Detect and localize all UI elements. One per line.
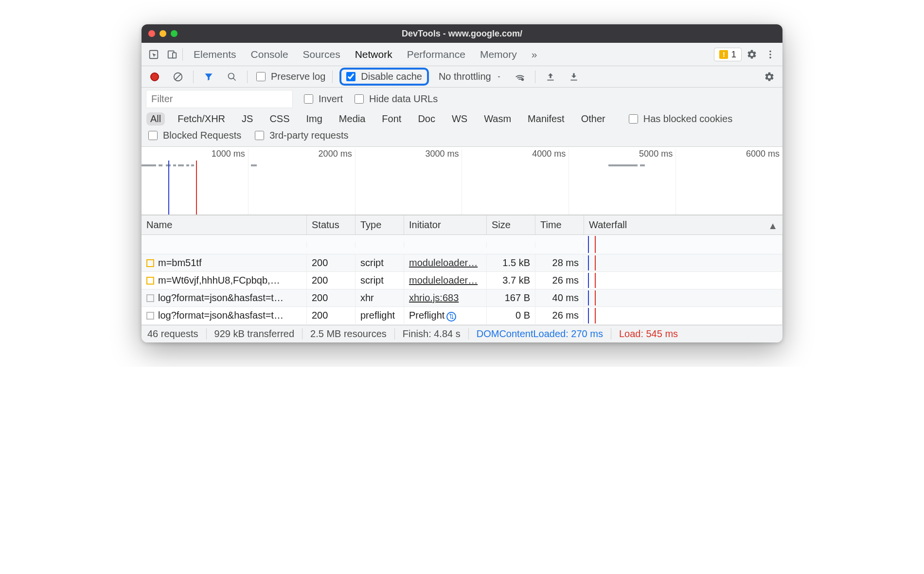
- tab-elements[interactable]: Elements: [194, 49, 236, 60]
- request-type: xhr: [355, 289, 404, 306]
- settings-gear-icon[interactable]: [744, 46, 760, 63]
- hide-data-urls-label: Hide data URLs: [369, 93, 438, 105]
- type-pill-js[interactable]: JS: [238, 112, 257, 126]
- issues-badge[interactable]: ! 1: [714, 48, 742, 61]
- timeline-tick: 5000 ms: [569, 149, 675, 215]
- status-finish: Finish: 4.84 s: [395, 328, 469, 340]
- filter-input[interactable]: [146, 90, 292, 108]
- issues-warning-icon: !: [719, 50, 728, 59]
- request-name: log?format=json&hasfast=t…: [158, 292, 284, 304]
- load-marker: [196, 161, 197, 215]
- blocked-requests-checkbox[interactable]: Blocked Requests: [146, 129, 241, 142]
- svg-point-8: [229, 73, 234, 79]
- request-type: script: [355, 272, 404, 289]
- status-requests: 46 requests: [147, 328, 207, 340]
- col-name[interactable]: Name: [142, 215, 307, 234]
- table-row[interactable]: log?format=json&hasfast=t… 200 preflight…: [142, 307, 782, 325]
- col-status[interactable]: Status: [307, 215, 355, 234]
- document-file-icon: [146, 312, 154, 320]
- request-initiator[interactable]: moduleloader…: [409, 275, 478, 286]
- record-button[interactable]: [146, 69, 163, 85]
- type-pill-wasm[interactable]: Wasm: [480, 112, 515, 126]
- col-waterfall[interactable]: Waterfall▲: [584, 215, 782, 234]
- request-size: 167 B: [487, 289, 535, 306]
- tab-console[interactable]: Console: [251, 49, 288, 60]
- tab-memory[interactable]: Memory: [480, 49, 517, 60]
- col-time[interactable]: Time: [535, 215, 584, 234]
- tab-performance[interactable]: Performance: [407, 49, 465, 60]
- type-pill-manifest[interactable]: Manifest: [524, 112, 569, 126]
- filter-funnel-icon[interactable]: [200, 69, 217, 85]
- status-resources: 2.5 MB resources: [302, 328, 395, 340]
- search-icon[interactable]: [224, 69, 240, 85]
- throttling-label: No throttling: [439, 71, 491, 82]
- table-row[interactable]: log?format=json&hasfast=t… 200 xhr xhrio…: [142, 289, 782, 307]
- request-initiator[interactable]: xhrio.js:683: [409, 292, 459, 303]
- col-type[interactable]: Type: [355, 215, 404, 234]
- col-size[interactable]: Size: [487, 215, 535, 234]
- request-time: 26 ms: [535, 307, 584, 324]
- hide-data-urls-checkbox[interactable]: Hide data URLs: [353, 93, 438, 105]
- type-pill-other[interactable]: Other: [577, 112, 609, 126]
- type-pill-all[interactable]: All: [146, 112, 165, 126]
- document-file-icon: [146, 294, 154, 302]
- network-toolbar: Preserve log Disable cache No throttling: [142, 66, 782, 88]
- clear-icon[interactable]: [170, 69, 186, 85]
- minimize-window-button[interactable]: [160, 30, 166, 37]
- traffic-lights: [148, 30, 178, 37]
- type-pill-font[interactable]: Font: [378, 112, 405, 126]
- timeline-tick: 1000 ms: [142, 149, 248, 215]
- script-file-icon: [146, 277, 154, 285]
- svg-point-10: [521, 78, 524, 81]
- request-time: 26 ms: [535, 272, 584, 289]
- timeline-tick: 3000 ms: [355, 149, 462, 215]
- type-pill-ws[interactable]: WS: [448, 112, 471, 126]
- request-status: 200: [307, 254, 355, 271]
- disable-cache-checkbox[interactable]: Disable cache: [344, 71, 422, 83]
- chevron-down-icon: [496, 74, 502, 80]
- col-initiator[interactable]: Initiator: [404, 215, 487, 234]
- script-file-icon: [146, 259, 154, 267]
- invert-checkbox[interactable]: Invert: [302, 93, 343, 105]
- maximize-window-button[interactable]: [171, 30, 178, 37]
- request-size: 1.5 kB: [487, 254, 535, 271]
- request-size: 0 B: [487, 307, 535, 324]
- tab-network[interactable]: Network: [355, 49, 392, 60]
- upload-har-icon[interactable]: [542, 69, 559, 85]
- type-pill-fetchxhr[interactable]: Fetch/XHR: [174, 112, 229, 126]
- type-pill-media[interactable]: Media: [335, 112, 369, 126]
- request-initiator: Preflight: [409, 310, 444, 321]
- sort-indicator-icon: ▲: [768, 220, 778, 232]
- table-header: Name Status Type Initiator Size Time Wat…: [142, 215, 782, 235]
- kebab-menu-icon[interactable]: [762, 46, 779, 63]
- third-party-checkbox[interactable]: 3rd-party requests: [253, 129, 348, 142]
- preserve-log-label: Preserve log: [271, 71, 325, 82]
- type-pill-doc[interactable]: Doc: [414, 112, 439, 126]
- tab-sources[interactable]: Sources: [303, 49, 340, 60]
- table-row[interactable]: m=bm51tf 200 script moduleloader… 1.5 kB…: [142, 254, 782, 272]
- type-pill-img[interactable]: Img: [302, 112, 326, 126]
- extra-filter-row: Blocked Requests 3rd-party requests: [142, 127, 782, 147]
- device-toolbar-icon[interactable]: [164, 46, 180, 63]
- network-conditions-icon[interactable]: [512, 69, 528, 85]
- inspect-element-icon[interactable]: [145, 46, 162, 63]
- close-window-button[interactable]: [148, 30, 155, 37]
- request-initiator[interactable]: moduleloader…: [409, 257, 478, 268]
- table-row[interactable]: m=Wt6vjf,hhhU8,FCpbqb,… 200 script modul…: [142, 272, 782, 289]
- request-status: 200: [307, 289, 355, 306]
- request-status: 200: [307, 307, 355, 324]
- request-type: preflight: [355, 307, 404, 324]
- window-title: DevTools - www.google.com/: [142, 29, 782, 39]
- filter-row: Invert Hide data URLs: [142, 88, 782, 110]
- throttling-select[interactable]: No throttling: [436, 71, 505, 82]
- timeline-overview[interactable]: 1000 ms 2000 ms 3000 ms 4000 ms 5000 ms …: [142, 147, 782, 215]
- download-har-icon[interactable]: [566, 69, 582, 85]
- preserve-log-checkbox[interactable]: Preserve log: [254, 71, 325, 83]
- devtools-window: DevTools - www.google.com/ Elements Cons…: [142, 24, 782, 342]
- network-settings-gear-icon[interactable]: [761, 69, 778, 85]
- has-blocked-cookies-label: Has blocked cookies: [643, 113, 732, 125]
- tabs-overflow-icon[interactable]: »: [532, 49, 537, 60]
- disable-cache-label: Disable cache: [361, 71, 422, 82]
- has-blocked-cookies-checkbox[interactable]: Has blocked cookies: [627, 113, 732, 125]
- type-pill-css[interactable]: CSS: [266, 112, 293, 126]
